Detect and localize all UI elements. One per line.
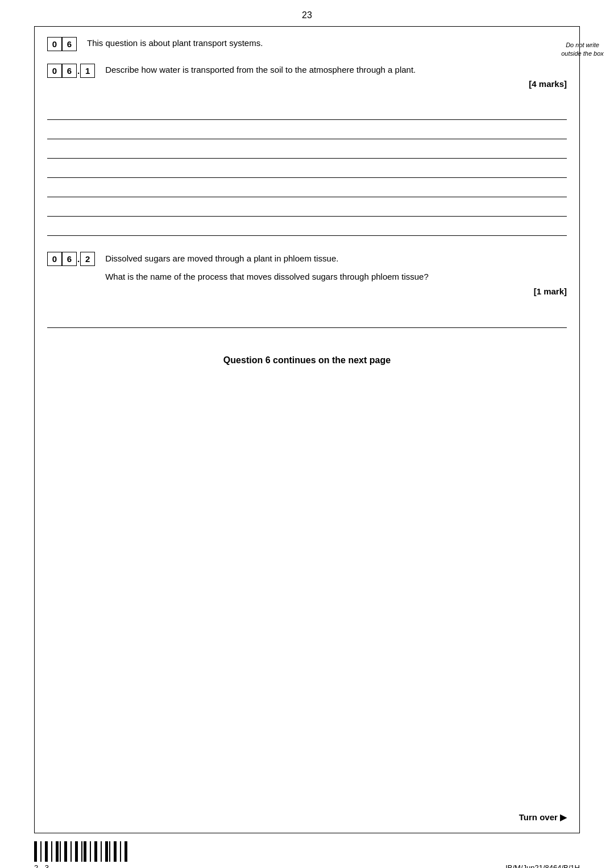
q06-1-section: 0 6 . 1 Describe how water is transporte… [35,51,579,90]
bar-gap [68,841,69,862]
barcode: 2 3 [34,841,127,868]
continues-text: Question 6 continues on the next page [223,355,391,365]
q06-2-num-6: 6 [62,252,77,266]
q06-num-0: 0 [47,37,62,51]
q06-1-dot: . [77,66,80,76]
bar-gap [92,841,93,862]
turn-over: Turn over ▶ [519,812,567,823]
bar [105,841,108,862]
bar-gap [53,841,55,862]
bar-gap [43,841,44,862]
q06-1-marks: [4 marks] [105,78,567,91]
main-content-box: 0 6 This question is about plant transpo… [34,26,580,833]
answer-line-7[interactable] [47,217,567,236]
q06-1-num-1: 1 [80,64,95,78]
answer-line-5[interactable] [47,178,567,197]
bar-gap [38,841,39,862]
bar-gap [62,841,63,862]
bar-gap [73,841,74,862]
q06-2-number: 0 6 . 2 [47,252,95,266]
bar-gap [111,841,113,862]
bar-gap [103,841,104,862]
q06-row: 0 6 This question is about plant transpo… [47,37,567,51]
q06-1-text: Describe how water is transported from t… [105,64,567,90]
q06-2-num-0: 0 [47,252,62,266]
barcode-bars [34,841,127,862]
q06-1-row: 0 6 . 1 Describe how water is transporte… [47,64,567,90]
bar-gap [122,841,123,862]
bar [94,841,97,862]
exam-page: 23 Do not write outside the box 0 6 This… [0,0,614,868]
page-footer: 2 3 IB/M/Jun21/8464/B/1H [0,836,614,868]
bar [64,841,67,862]
q06-2-marks: [1 mark] [105,285,567,298]
q06-1-num-0: 0 [47,64,62,78]
page-number: 23 [0,0,614,26]
q06-section: 0 6 This question is about plant transpo… [35,27,579,51]
q06-1-question: Describe how water is transported from t… [105,65,416,74]
bar-gap [98,841,99,862]
bar [60,841,61,862]
answer-line-6[interactable] [47,197,567,217]
bar-gap [88,841,89,862]
q06-2-row: 0 6 . 2 Dissolved sugars are moved throu… [47,252,567,298]
exam-code: IB/M/Jun21/8464/B/1H [505,863,580,868]
q06-2-num-2: 2 [80,252,95,266]
q06-1-number: 0 6 . 1 [47,64,95,78]
bar-gap [49,841,50,862]
bar [56,841,59,862]
q06-2-dot: . [77,254,80,264]
bar [114,841,117,862]
bar [81,841,82,862]
bar [51,841,52,862]
bar [120,841,121,862]
bar [40,841,42,862]
q06-1-num-6: 6 [62,64,77,78]
bar [125,841,127,862]
bar [84,841,86,862]
barcode-number: 2 3 [34,863,51,868]
q06-intro-text: This question is about plant transport s… [87,37,567,50]
bar [109,841,110,862]
answer-line-4[interactable] [47,159,567,178]
answer-line-1[interactable] [47,101,567,120]
bar [34,841,37,862]
q06-2-statement: Dissolved sugars are moved through a pla… [105,252,567,265]
bar-gap [79,841,80,862]
bar [45,841,48,862]
q06-2-section: 0 6 . 2 Dissolved sugars are moved throu… [35,236,579,298]
q06-2-texts: Dissolved sugars are moved through a pla… [105,252,567,298]
q06-1-answer-lines[interactable] [47,101,567,236]
q06-2-question: What is the name of the process that mov… [105,272,429,281]
answer-line-3[interactable] [47,139,567,159]
bar [75,841,78,862]
q06-num-6: 6 [62,37,77,51]
q06-2-answer-line[interactable] [47,309,567,328]
bar [90,841,91,862]
answer-line-2[interactable] [47,120,567,139]
bar [101,841,102,862]
continues-notice: Question 6 continues on the next page [35,328,579,377]
q06-number: 0 6 [47,37,77,51]
bar [70,841,72,862]
q06-2-question-wrap: What is the name of the process that mov… [105,270,567,298]
bar-gap [118,841,119,862]
